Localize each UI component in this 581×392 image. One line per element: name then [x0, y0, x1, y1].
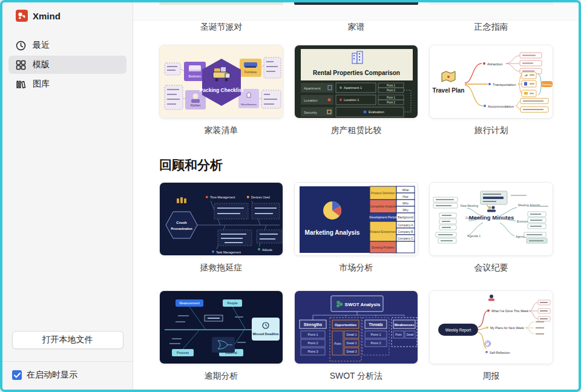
thumb-title: Rental Properties Comparison — [313, 70, 400, 76]
branch-label: New Meeting — [461, 204, 478, 207]
cropped-thumbnail[interactable] — [159, 2, 283, 5]
templates-grid-icon — [16, 60, 26, 70]
sub-cell: Why — [402, 209, 409, 212]
swot-item: Point 2 — [370, 341, 381, 345]
section-title: 回顾和分析 — [159, 157, 579, 174]
sidebar: Xmind 最近 模版 — [2, 2, 133, 390]
point-label: Point 2 — [387, 101, 396, 104]
sidebar-item-library[interactable]: 图库 — [8, 75, 126, 93]
swot-thumbnail: SWOT Analysis Strengths — [294, 290, 418, 364]
swot-item: Point 1 — [307, 333, 318, 336]
thumb-title: SWOT Analysis — [345, 302, 381, 307]
row-label: Location — [304, 99, 318, 102]
sub-cell: Background — [398, 216, 413, 219]
swot-item: Point — [395, 333, 402, 336]
sidebar-item-label: 模版 — [33, 59, 50, 70]
sidebar-nav: 最近 模版 图库 — [2, 36, 133, 94]
template-label: 房产租赁比较 — [294, 125, 418, 136]
cropped-row-strip — [133, 2, 579, 21]
cropped-thumbnail[interactable] — [294, 2, 418, 5]
row-name: Product Definition — [371, 191, 395, 195]
branch-label: Accommodation — [488, 105, 514, 108]
branch-label: Attitude — [262, 248, 272, 252]
swot-item: Detail 2 — [347, 341, 357, 345]
branch-label: My Plans for Next Week — [490, 326, 524, 330]
open-local-file-button[interactable]: 打开本地文件 — [12, 331, 123, 349]
template-gallery: ✕ 圣诞节派对 家谱 正念指南 — [133, 2, 579, 390]
branch-label: Bedroom — [189, 74, 201, 78]
template-card-marketing-analysis[interactable]: Marketing Analysis — [294, 182, 418, 273]
template-label: 逾期分析 — [159, 371, 283, 382]
template-label: 市场分析 — [294, 263, 418, 273]
swot-item: Point — [334, 342, 341, 345]
branch-label: Furniture — [245, 70, 257, 74]
swot-item: Detail — [407, 333, 414, 336]
thumb-title-1: Crush — [176, 221, 187, 224]
swot-item: Detail 3 — [347, 350, 357, 353]
row-name: Development Period — [369, 215, 397, 219]
train-icon — [524, 82, 527, 86]
template-label: SWOT 分析法 — [294, 371, 418, 382]
app-brand: Xmind — [2, 2, 133, 22]
tag-label: Gateway — [542, 83, 552, 86]
node-label: Process — [177, 351, 189, 354]
bus-icon — [524, 92, 528, 95]
rental-thumbnail: Rental Properties Comparison Apartment L… — [294, 45, 418, 119]
sub-cell: Company A — [398, 224, 414, 227]
template-card-meeting-minutes[interactable]: Meeting Minutes — [429, 182, 553, 273]
cell-label: Location 1 — [344, 98, 359, 102]
cropped-thumbnail[interactable] — [429, 2, 553, 5]
app-title: Xmind — [33, 11, 61, 21]
point-label: Point 2 — [387, 89, 396, 92]
thumb-title-2: Procrastination — [171, 227, 192, 230]
cell-label: Apartment 1 — [344, 86, 362, 90]
branch-label: Agenda 1 — [468, 234, 481, 238]
swot-item: Point 1 — [370, 333, 381, 336]
sub-cell: Company C — [398, 237, 413, 240]
sidebar-item-label: 图库 — [33, 79, 50, 90]
template-label: 圣诞节派对 — [159, 22, 283, 33]
column-name: Strengths — [304, 322, 323, 327]
node-label: Measurement — [179, 301, 200, 305]
building-icon — [352, 51, 363, 64]
template-row: Bedroom Kitchen Furniture Miscellaneou — [159, 45, 579, 136]
row-name: Competitor Analysis — [370, 204, 397, 208]
weekly-thumbnail: Weekly Report What I've Done This Week — [429, 290, 553, 364]
point-label: Point 1 — [387, 84, 396, 87]
sub-cell: What — [402, 189, 409, 192]
show-on-startup-label: 在启动时显示 — [27, 370, 77, 381]
cell-label: Evaluation — [369, 110, 384, 114]
template-card-rental-comparison[interactable]: Rental Properties Comparison Apartment L… — [294, 45, 418, 136]
map-icon — [442, 71, 455, 82]
clock-icon — [16, 41, 26, 51]
column-name: Opportunities — [335, 323, 356, 327]
sub-cell: Company B — [398, 230, 413, 234]
template-card-procrastination[interactable]: Crush Procrastination Time Management — [159, 182, 283, 273]
swot-item: Point 3 — [307, 350, 318, 353]
template-label: 周报 — [429, 371, 553, 382]
template-label: 拯救拖延症 — [159, 263, 283, 273]
thumb-title: Weekly Report — [445, 328, 471, 333]
sidebar-item-label: 最近 — [33, 40, 50, 51]
branch-label: Conclusion — [465, 216, 481, 220]
branch-label: Kitchen — [191, 103, 201, 107]
template-row: Measurement People Process Material — [159, 290, 579, 382]
template-label: 会议纪要 — [429, 263, 553, 273]
template-card-travel-plan[interactable]: Travel Plan Attraction — [429, 45, 553, 136]
point-label: Point 1 — [387, 96, 396, 99]
branch-label: Miscellaneous — [241, 103, 256, 106]
show-on-startup-checkbox[interactable] — [12, 370, 22, 380]
sidebar-item-templates[interactable]: 模版 — [8, 56, 126, 74]
row-label: Security — [304, 111, 317, 114]
xmind-logo-icon — [16, 10, 28, 22]
overdue-thumbnail: Measurement People Process Material — [159, 290, 283, 364]
sidebar-item-recent[interactable]: 最近 — [8, 36, 126, 54]
procrastination-thumbnail: Crush Procrastination Time Management — [159, 182, 283, 256]
template-card-swot-analysis[interactable]: SWOT Analysis Strengths — [294, 290, 418, 382]
branch-label: Task Management — [216, 250, 241, 254]
template-card-weekly-report[interactable]: Weekly Report What I've Done This Week — [429, 290, 553, 382]
template-label: 家装清单 — [159, 125, 283, 136]
template-card-packing-checklist[interactable]: Bedroom Kitchen Furniture Miscellaneou — [159, 45, 283, 136]
template-card-overdue-analysis[interactable]: Measurement People Process Material — [159, 290, 283, 382]
thumb-title: Packing Checklist — [200, 87, 244, 93]
